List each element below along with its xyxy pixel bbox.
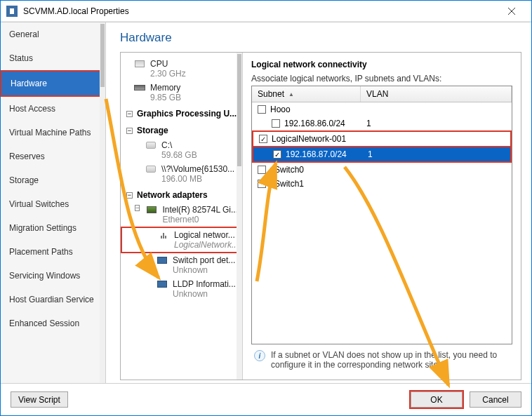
close-icon [508,8,515,15]
checkbox[interactable] [259,135,267,143]
tree-lldp[interactable]: LLDP Informati...Unknown [121,277,242,301]
cancel-button[interactable]: Cancel [470,391,521,408]
col-vlan[interactable]: VLAN [361,86,512,102]
content-title: Hardware [120,31,521,45]
sidebar-item-storage[interactable]: Storage [1,168,105,192]
window-title: SCVMM.AD.local Properties [23,6,498,16]
checkbox[interactable] [273,150,281,159]
content-pane: Hardware CPU2.30 GHz Memory9.85 GB −Grap… [106,22,531,383]
sidebar-item-hardware[interactable]: Hardware [1,70,105,97]
window-icon [6,6,18,17]
title-bar: SCVMM.AD.local Properties [1,1,531,22]
sidebar-item-servicing[interactable]: Servicing Windows [1,264,105,288]
memory-icon [133,83,146,93]
detail-pane: Logical network connectivity Associate l… [243,53,521,380]
col-subnet[interactable]: Subnet▲ [252,86,361,102]
collapse-icon[interactable]: − [126,128,133,134]
collapse-icon[interactable]: − [126,111,133,117]
collapse-icon[interactable]: − [126,192,133,199]
network-grid: Subnet▲ VLAN Hooo 192.168.86.0/24 1 [251,86,512,344]
close-button[interactable] [498,1,526,21]
sidebar-item-reserves[interactable]: Reserves [1,145,105,168]
group-hooo[interactable]: Hooo [252,102,512,116]
logical-network-icon [157,230,170,240]
switch-port-icon [156,255,168,265]
tree-disk-vol[interactable]: \\?\Volume{61530...196.00 MB [121,162,242,186]
ok-button[interactable]: OK [411,391,463,408]
detail-heading: Logical network connectivity [251,60,512,69]
grid-body: Hooo 192.168.86.0/24 1 LogicalNetwork-00… [252,102,512,344]
dialog-footer: View Script OK Cancel [1,383,531,415]
group-vswitch1[interactable]: vSwitch1 [252,177,512,191]
lldp-icon [156,279,168,289]
tree-section-storage[interactable]: −Storage [121,121,242,138]
checkbox[interactable] [258,166,266,174]
view-script-button[interactable]: View Script [11,391,68,408]
info-note: i If a subnet or VLAN does not show up i… [251,344,512,373]
hardware-tree: CPU2.30 GHz Memory9.85 GB −Graphics Proc… [121,53,243,380]
sidebar-item-host-guardian[interactable]: Host Guardian Service [1,288,105,311]
sidebar-item-vm-paths[interactable]: Virtual Machine Paths [1,121,105,145]
sidebar-item-general[interactable]: General [1,22,105,46]
category-sidebar: General Status Hardware Host Access Virt… [1,22,106,383]
row-hooo-subnet[interactable]: 192.168.86.0/24 1 [252,116,512,130]
assoc-label: Associate logical networks, IP subnets a… [251,74,512,83]
checkbox[interactable] [258,105,266,114]
tree-nic-intel[interactable]: − Intel(R) 82574L Gi...Ethernet0 [121,203,242,227]
tree-switch-port[interactable]: Switch port det...Unknown [121,253,242,277]
info-icon: i [254,350,265,361]
disk-icon [145,164,157,174]
sort-asc-icon: ▲ [288,91,294,98]
tree-cpu[interactable]: CPU2.30 GHz [121,57,242,81]
disk-icon [145,140,157,150]
sidebar-item-placement[interactable]: Placement Paths [1,240,105,264]
sidebar-item-migration[interactable]: Migration Settings [1,216,105,240]
tree-memory[interactable]: Memory9.85 GB [121,81,242,105]
collapse-icon[interactable]: − [135,205,140,211]
tree-logical-network[interactable]: Logical networ...LogicalNetwork... [121,227,242,253]
row-ln001-subnet[interactable]: 192.168.87.0/24 1 [252,147,512,163]
grid-header: Subnet▲ VLAN [252,86,512,102]
group-logicalnetwork-001[interactable]: LogicalNetwork-001 [252,130,512,147]
tree-scrollbar[interactable] [237,53,242,380]
nic-icon [145,205,158,215]
tree-section-network[interactable]: −Network adapters [121,186,242,203]
tree-section-gpu[interactable]: −Graphics Processing U... [121,105,242,121]
group-vswitch0[interactable]: vSwitch0 [252,163,512,177]
main-area: General Status Hardware Host Access Virt… [1,22,531,383]
sidebar-scrollbar[interactable] [100,22,105,383]
sidebar-item-enhanced-session[interactable]: Enhanced Session [1,311,105,335]
sidebar-item-virtual-switches[interactable]: Virtual Switches [1,192,105,216]
cpu-icon [133,59,146,69]
checkbox[interactable] [258,180,266,188]
checkbox[interactable] [272,119,280,128]
sidebar-item-status[interactable]: Status [1,46,105,70]
tree-disk-c[interactable]: C:\59.68 GB [121,138,242,162]
sidebar-item-host-access[interactable]: Host Access [1,97,105,121]
